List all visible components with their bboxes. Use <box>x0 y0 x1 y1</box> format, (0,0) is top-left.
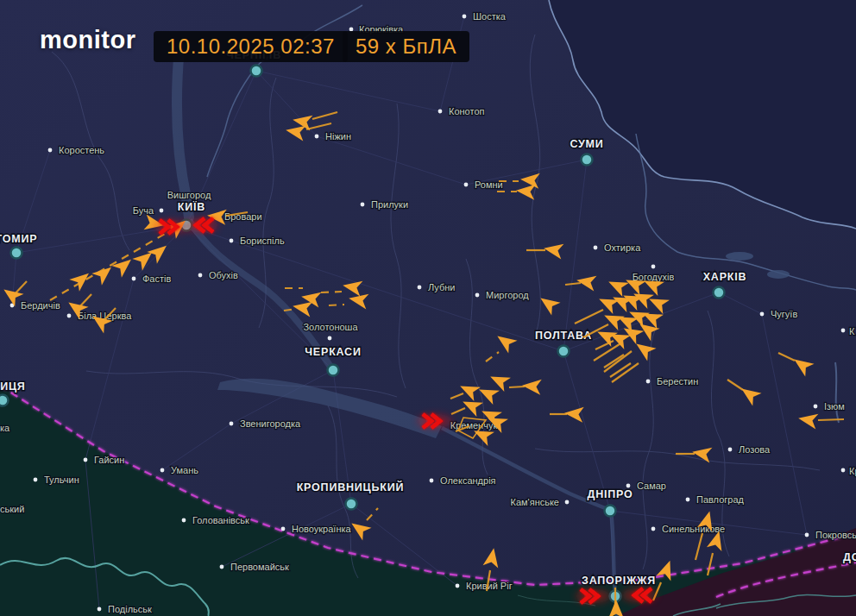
town-dot <box>98 607 102 612</box>
town-label: Умань <box>171 465 198 475</box>
town-label: Новоукраїнка <box>292 524 352 534</box>
city-label: ЖИТОМИР <box>0 233 37 245</box>
town-dot <box>328 336 332 341</box>
app-logo: monitor <box>40 26 135 54</box>
town-dot <box>438 110 443 114</box>
town-label: Шостка <box>473 11 507 22</box>
strike-marker[interactable] <box>576 589 610 603</box>
town-dot <box>464 183 469 187</box>
town-label: Самар <box>637 481 666 491</box>
map-canvas[interactable]: КоростеньШосткаКорюківкаКонотопНіжинРомн… <box>0 0 856 616</box>
drone-trail <box>509 387 525 387</box>
town-label: Бориспіль <box>240 236 285 246</box>
town-dot <box>230 239 234 243</box>
town-label: Охтирка <box>604 242 641 253</box>
town-label: Прилуки <box>371 199 408 210</box>
city-dot <box>11 248 22 259</box>
town-dot <box>67 314 72 318</box>
town-dot <box>48 148 53 153</box>
town-label: Фастів <box>142 273 171 284</box>
town-dot <box>315 135 319 139</box>
town-dot <box>182 519 186 523</box>
town-dot <box>34 478 38 482</box>
town-dot <box>430 479 434 483</box>
town-dot <box>646 380 651 384</box>
town-dot <box>463 15 467 19</box>
town-label: Голованівськ <box>192 515 249 525</box>
strike-marker[interactable] <box>184 218 218 232</box>
town-dot <box>220 565 224 569</box>
town-dot <box>805 533 809 537</box>
strike-marker[interactable] <box>418 414 452 428</box>
town-label: Буча <box>133 205 154 216</box>
town-dot <box>686 498 690 502</box>
town-label: Обухів <box>209 270 238 280</box>
town-label: Ізюм <box>824 401 845 412</box>
town-label: Бердичів <box>21 300 60 311</box>
city-label: КРОПИВНИЦЬКИЙ <box>297 481 405 493</box>
town-label: Олександрія <box>440 475 496 486</box>
town-dot <box>841 468 846 473</box>
town-label-fragment: Кр <box>849 466 856 476</box>
city-label: КИЇВ <box>178 200 205 213</box>
town-label: Синельникове <box>662 524 725 534</box>
city-dot <box>251 66 262 77</box>
city-label: ХАРКІВ <box>703 271 747 283</box>
town-label: Павлоград <box>696 494 745 505</box>
town-label: Ромни <box>475 179 503 190</box>
town-dot <box>132 277 136 281</box>
town-dot <box>160 468 165 473</box>
town-dot <box>841 329 846 333</box>
town-label: Богодухів <box>633 272 675 282</box>
town-dot <box>594 246 598 250</box>
town-label: Гайсин <box>94 455 124 465</box>
strike-marker[interactable] <box>622 588 657 602</box>
city-label: ДНІПРО <box>587 488 633 500</box>
town-dot <box>198 273 203 278</box>
town-dot <box>814 405 818 409</box>
city-label: СУМИ <box>570 138 603 150</box>
town-dot <box>230 422 234 426</box>
town-dot <box>418 286 422 290</box>
town-dot <box>475 293 480 298</box>
town-label: Миргород <box>486 290 529 300</box>
city-label: ВІННИЦЯ <box>0 380 26 393</box>
town-label: Лозова <box>739 444 771 455</box>
city-dot <box>558 346 570 357</box>
city-label: ЗАПОРІЖЖЯ <box>582 575 656 587</box>
town-dot <box>84 458 88 462</box>
strike-marker[interactable] <box>154 220 189 234</box>
town-label: Кам'янське <box>510 497 559 507</box>
town-dot <box>456 584 460 588</box>
town-dot <box>160 209 164 213</box>
town-label-fragment: ський <box>0 504 24 514</box>
town-label: Чугуїв <box>771 309 797 319</box>
town-dot <box>760 312 765 317</box>
town-label: Подільськ <box>108 604 152 614</box>
city-dot <box>0 395 9 406</box>
town-dot <box>281 527 286 531</box>
city-dot <box>582 154 593 166</box>
city-dot <box>346 499 357 510</box>
uav-counter-badge: 59 х БпЛА <box>343 31 469 62</box>
town-label: Ніжин <box>325 131 351 141</box>
town-dot <box>728 448 733 452</box>
city-dot <box>605 506 616 517</box>
town-label: Коростень <box>59 145 104 155</box>
town-dot <box>626 484 631 488</box>
town-label: Кременчук <box>450 420 498 431</box>
town-label: Берестин <box>657 376 698 387</box>
city-label: ДОНЕЦЬК <box>843 551 856 563</box>
town-dot <box>651 527 656 531</box>
town-label: Лубни <box>428 282 456 292</box>
town-dot <box>651 265 656 269</box>
city-label: ЧЕРКАСИ <box>305 346 361 358</box>
drone-trail <box>818 419 844 420</box>
town-label: Кривий Ріг <box>466 581 513 591</box>
city-dot <box>328 365 339 376</box>
city-label: ПОЛТАВА <box>535 330 592 342</box>
town-label-fragment: ка <box>0 423 10 433</box>
town-label: Конотоп <box>449 106 485 116</box>
monitor-app: КоростеньШосткаКорюківкаКонотопНіжинРомн… <box>0 0 856 616</box>
town-label: Золотоноша <box>303 322 358 332</box>
